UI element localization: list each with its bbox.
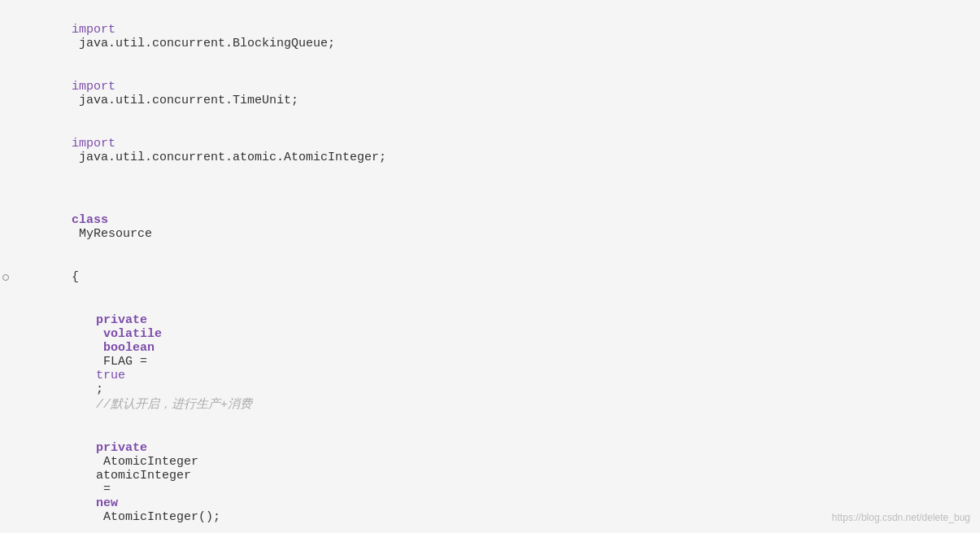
gutter-brace-open	[0, 274, 11, 281]
code-line-flag: private volatile boolean FLAG = true ; /…	[0, 299, 980, 426]
import-path-1: java.util.concurrent.BlockingQueue;	[72, 37, 335, 50]
atomic-eq: =	[96, 483, 118, 496]
kw-volatile: volatile	[96, 327, 162, 341]
line-blank-1	[11, 182, 980, 196]
atomic-var: atomicInteger	[96, 469, 191, 483]
code-line-1: import java.util.concurrent.BlockingQueu…	[0, 8, 980, 65]
import-path-3: java.util.concurrent.atomic.AtomicIntege…	[72, 151, 386, 164]
code-line-2: import java.util.concurrent.TimeUnit;	[0, 65, 980, 122]
line-brace-open: {	[11, 256, 980, 298]
kw-new-1: new	[96, 496, 118, 510]
code-container: import java.util.concurrent.BlockingQueu…	[0, 0, 980, 533]
watermark: https://blog.csdn.net/delete_bug	[832, 512, 970, 523]
gutter-dot-1	[2, 274, 9, 281]
import-path-2: java.util.concurrent.TimeUnit;	[72, 94, 298, 107]
code-line-brace-open: {	[0, 256, 980, 299]
brace-open-char: {	[72, 270, 79, 284]
line-content-1: import java.util.concurrent.BlockingQueu…	[11, 9, 980, 64]
atomic-type: AtomicInteger	[96, 455, 206, 469]
keyword-import-2: import	[72, 80, 115, 94]
line-class: class MyResource	[11, 199, 980, 255]
flag-var: FLAG =	[96, 355, 155, 369]
code-line-blank-1	[0, 179, 980, 199]
code-line-3: import java.util.concurrent.atomic.Atomi…	[0, 122, 980, 179]
line-flag: private volatile boolean FLAG = true ; /…	[11, 299, 980, 426]
keyword-import: import	[72, 23, 115, 37]
keyword-class: class	[72, 213, 108, 227]
flag-semi: ;	[96, 382, 103, 396]
kw-boolean: boolean	[96, 341, 155, 355]
atomic-constructor: AtomicInteger();	[96, 510, 220, 524]
kw-true: true	[96, 369, 125, 382]
line-content-3: import java.util.concurrent.atomic.Atomi…	[11, 123, 980, 178]
kw-private-2: private	[96, 441, 147, 455]
kw-private-1: private	[96, 313, 147, 327]
class-name-myresource: MyResource	[72, 227, 152, 241]
comment-flag: //默认开启，进行生产+消费	[96, 398, 252, 412]
code-line-class: class MyResource	[0, 199, 980, 256]
keyword-import-3: import	[72, 137, 115, 151]
line-content-2: import java.util.concurrent.TimeUnit;	[11, 66, 980, 121]
